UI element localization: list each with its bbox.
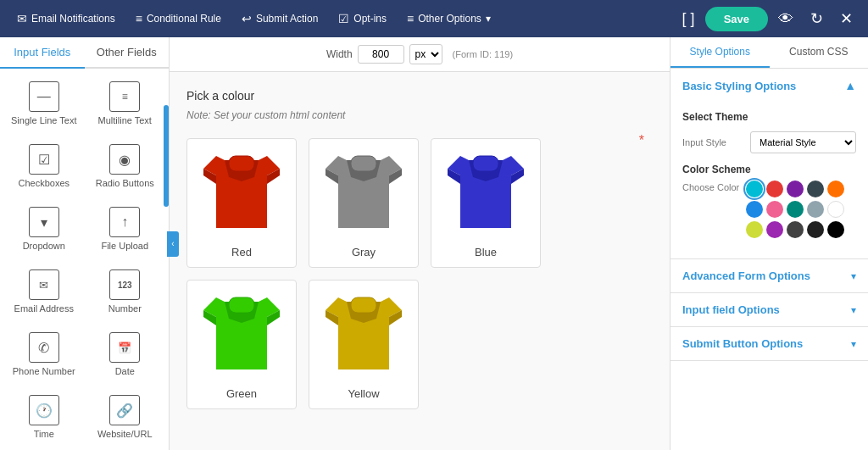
field-single-line-text[interactable]: — Single Line Text xyxy=(3,72,85,135)
right-tab-bar: Style Options Custom CSS xyxy=(670,37,868,69)
width-input[interactable] xyxy=(358,45,404,64)
basic-styling-header[interactable]: Basic Styling Options ▲ xyxy=(670,69,868,103)
shirt-red-label: Red xyxy=(231,246,252,258)
color-light-gray[interactable] xyxy=(807,201,824,218)
basic-styling-title: Basic Styling Options xyxy=(682,80,796,92)
color-teal[interactable] xyxy=(787,201,804,218)
color-orange[interactable] xyxy=(827,181,844,197)
color-dots-row3 xyxy=(746,221,844,238)
save-button[interactable]: Save xyxy=(705,7,768,31)
shirt-yellow-image xyxy=(317,289,410,382)
tab-other-fields[interactable]: Other Fields xyxy=(85,37,170,67)
right-panel: Style Options Custom CSS Basic Styling O… xyxy=(670,37,868,450)
field-phone-number[interactable]: ✆ Phone Number xyxy=(3,323,85,386)
shirt-gray-label: Gray xyxy=(352,246,376,258)
color-near-black[interactable] xyxy=(807,221,824,238)
radio-icon: ◉ xyxy=(109,144,140,175)
submit-button-chevron: ▾ xyxy=(851,338,856,350)
optins-nav[interactable]: ☑ Opt-ins xyxy=(330,7,395,31)
shirt-green-svg xyxy=(199,293,284,378)
field-radio-buttons[interactable]: ◉ Radio Buttons xyxy=(85,135,166,197)
center-content: * Pick a colour Note: Set your custom ht… xyxy=(170,72,670,450)
color-dots-container xyxy=(746,181,844,238)
submit-button-section[interactable]: Submit Button Options ▾ xyxy=(670,327,868,361)
single-line-icon: — xyxy=(29,81,59,112)
tab-style-options[interactable]: Style Options xyxy=(670,37,770,68)
chevron-down-icon: ▾ xyxy=(486,13,491,25)
close-icon[interactable]: ✕ xyxy=(833,6,860,31)
select-theme-label: Select Theme xyxy=(682,111,856,123)
collapse-panel-button[interactable]: ‹ xyxy=(167,231,179,257)
left-panel: Input Fields Other Fields — Single Line … xyxy=(0,37,170,450)
color-dots-row2 xyxy=(746,201,844,218)
input-field-title: Input field Options xyxy=(682,303,780,316)
field-dropdown[interactable]: ▾ Dropdown xyxy=(3,197,85,260)
url-icon: 🔗 xyxy=(109,395,140,425)
width-label: Width xyxy=(326,48,353,60)
conditional-rule-nav[interactable]: ≡ Conditional Rule xyxy=(127,7,230,31)
color-cyan[interactable] xyxy=(746,181,763,197)
advanced-form-section[interactable]: Advanced Form Options ▾ xyxy=(670,259,868,293)
email-field-icon: ✉ xyxy=(29,269,59,300)
conditional-icon: ≡ xyxy=(136,12,142,25)
upload-icon: ↑ xyxy=(109,207,140,237)
field-date[interactable]: 📅 Date xyxy=(85,323,166,386)
email-icon: ✉ xyxy=(17,12,27,25)
form-id: (Form ID: 119) xyxy=(453,49,514,59)
unit-select[interactable]: px % xyxy=(409,44,442,64)
collapse-basic-icon: ▲ xyxy=(844,79,856,92)
tab-input-fields[interactable]: Input Fields xyxy=(0,37,85,69)
shirt-green-image xyxy=(195,289,288,382)
center-panel: Width px % (Form ID: 119) * Pick a colou… xyxy=(170,37,670,450)
preview-icon[interactable]: 👁 xyxy=(771,7,800,31)
refresh-icon[interactable]: ↻ xyxy=(804,6,830,31)
multiline-icon: ≡ xyxy=(109,81,140,112)
svg-rect-12 xyxy=(473,156,498,171)
svg-rect-7 xyxy=(351,156,376,171)
shirt-gray-image xyxy=(317,147,410,241)
color-white[interactable] xyxy=(827,201,844,218)
submit-icon: ↩ xyxy=(242,12,252,25)
input-field-chevron: ▾ xyxy=(851,304,856,316)
field-file-upload[interactable]: ↑ File Upload xyxy=(85,197,166,260)
email-notifications-nav[interactable]: ✉ Email Notifications xyxy=(8,7,124,31)
color-violet[interactable] xyxy=(766,221,783,238)
field-checkboxes[interactable]: ☑ Checkboxes xyxy=(3,135,85,197)
other-options-nav[interactable]: ≡ Other Options ▾ xyxy=(398,7,499,31)
dropdown-icon: ▾ xyxy=(29,207,59,237)
shirt-red[interactable]: Red xyxy=(186,138,297,268)
shirt-green[interactable]: Green xyxy=(186,280,297,409)
shirt-gray[interactable]: Gray xyxy=(309,138,419,268)
submit-action-nav[interactable]: ↩ Submit Action xyxy=(233,7,326,31)
color-pink[interactable] xyxy=(766,201,783,218)
choose-color-label: Choose Color xyxy=(682,182,739,192)
color-black[interactable] xyxy=(827,221,844,238)
bracket-button[interactable]: [ ] xyxy=(676,10,702,28)
input-style-select[interactable]: Material Style Default Style Flat Style xyxy=(750,131,856,153)
submit-button-title: Submit Button Options xyxy=(682,337,803,350)
shirt-yellow-label: Yellow xyxy=(348,387,379,400)
color-lime[interactable] xyxy=(746,221,763,238)
field-number[interactable]: 123 Number xyxy=(85,260,166,323)
field-time[interactable]: 🕐 Time xyxy=(3,386,85,448)
field-multiline-text[interactable]: ≡ Multiline Text xyxy=(85,72,166,135)
field-list: — Single Line Text ≡ Multiline Text ☑ Ch… xyxy=(0,69,169,450)
input-style-label: Input Style xyxy=(682,137,743,147)
color-blue[interactable] xyxy=(746,201,763,218)
color-charcoal[interactable] xyxy=(787,221,804,238)
color-purple[interactable] xyxy=(787,181,804,197)
shirt-red-svg xyxy=(199,152,284,236)
input-style-row: Input Style Material Style Default Style… xyxy=(682,131,856,153)
shirt-blue-image xyxy=(439,147,532,241)
scroll-bar[interactable] xyxy=(164,105,169,207)
svg-rect-22 xyxy=(351,297,376,313)
field-email-address[interactable]: ✉ Email Address xyxy=(3,260,85,323)
field-website-url[interactable]: 🔗 Website/URL xyxy=(85,386,166,448)
left-tab-bar: Input Fields Other Fields xyxy=(0,37,169,69)
tab-custom-css[interactable]: Custom CSS xyxy=(770,37,869,68)
shirt-yellow[interactable]: Yellow xyxy=(309,280,419,409)
shirt-blue[interactable]: Blue xyxy=(431,138,541,268)
input-field-section[interactable]: Input field Options ▾ xyxy=(670,293,868,327)
color-red[interactable] xyxy=(766,181,783,197)
color-dark-gray[interactable] xyxy=(807,181,824,197)
